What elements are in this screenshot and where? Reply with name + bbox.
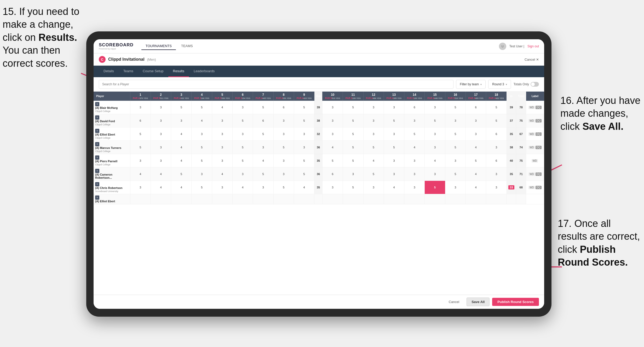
hole-4-score[interactable]: 5 <box>192 181 212 194</box>
hole-15-score[interactable]: 3 <box>425 127 445 141</box>
hole-17-score[interactable]: 5 <box>466 154 486 167</box>
hole-12-score[interactable]: 5 <box>363 141 384 154</box>
hole-1-score[interactable]: 4 <box>130 167 151 181</box>
hole-18-score[interactable]: 5 <box>486 101 507 114</box>
hole-1-score[interactable]: 3 <box>130 154 151 167</box>
hole-13-score[interactable]: 3 <box>384 167 404 181</box>
hole-5-score[interactable]: 4 <box>212 101 232 114</box>
hole-16-score[interactable]: 5 <box>445 167 465 181</box>
hole-5-score[interactable]: 3 <box>212 141 232 154</box>
hole-17-score[interactable]: 4 <box>466 167 486 181</box>
hole-17-score[interactable]: 4 <box>466 181 486 194</box>
hole-1-score[interactable]: 3 <box>130 181 151 194</box>
hole-11-score[interactable]: 5 <box>343 127 363 141</box>
label-dq[interactable]: DQ <box>536 186 542 189</box>
hole-10-score[interactable]: 4 <box>322 141 343 154</box>
hole-17-score[interactable]: 3 <box>466 114 486 127</box>
score-cell[interactable] <box>343 194 363 204</box>
hole-8-score[interactable]: 6 <box>273 101 294 114</box>
label-dq[interactable]: DQ <box>536 146 542 149</box>
hole-7-score[interactable]: 6 <box>253 114 273 127</box>
hole-2-score[interactable]: 3 <box>151 101 171 114</box>
hole-11-score[interactable]: 5 <box>343 154 363 167</box>
hole-3-score[interactable]: 4 <box>171 181 192 194</box>
hole-13-score[interactable]: 3 <box>384 154 404 167</box>
hole-10-score[interactable]: 5 <box>322 154 343 167</box>
hole-4-score[interactable]: 5 <box>192 101 212 114</box>
hole-3-score[interactable]: 4 <box>171 141 192 154</box>
hole-9-score[interactable]: 5 <box>294 101 314 114</box>
tab-results[interactable]: Results <box>168 66 189 77</box>
hole-14-score[interactable]: 3 <box>404 114 425 127</box>
signout-link[interactable]: Sign out <box>527 44 539 48</box>
hole-11-score[interactable]: 3 <box>343 167 363 181</box>
filter-team-button[interactable]: Filter by team ▾ <box>456 80 486 89</box>
score-cell[interactable] <box>425 194 445 204</box>
hole-5-score[interactable]: 4 <box>212 167 232 181</box>
label-wd[interactable]: WD <box>528 186 535 189</box>
score-cell[interactable] <box>294 194 314 204</box>
score-cell[interactable] <box>507 194 516 204</box>
hole-16-score[interactable]: 5 <box>445 127 465 141</box>
hole-9-score[interactable]: 5 <box>294 154 314 167</box>
hole-18-score[interactable]: 3 <box>486 141 507 154</box>
hole-16-score[interactable]: 3 <box>445 154 465 167</box>
hole-18-score[interactable]: 5 <box>486 114 507 127</box>
hole-12-score[interactable]: 3 <box>363 181 384 194</box>
hole-15-score[interactable]: 5 <box>425 114 445 127</box>
hole-6-score[interactable]: 5 <box>232 141 253 154</box>
hole-17-score[interactable]: 4 <box>466 141 486 154</box>
hole-14-score[interactable]: 3 <box>404 167 425 181</box>
hole-14-score[interactable]: 3 <box>404 154 425 167</box>
hole-16-score[interactable]: 5 <box>445 141 465 154</box>
hole-1-score[interactable]: 5 <box>130 141 151 154</box>
hole-10-score[interactable]: 3 <box>322 114 343 127</box>
label-dq[interactable]: DQ <box>536 119 542 122</box>
tab-details[interactable]: Details <box>99 66 119 77</box>
label-wd[interactable]: WD <box>528 172 535 176</box>
hole-18-score[interactable]: 3 <box>486 181 507 194</box>
hole-8-score[interactable]: 3 <box>273 154 294 167</box>
hole-9-score[interactable]: 4 <box>294 181 314 194</box>
score-cell[interactable] <box>273 194 294 204</box>
hole-5-score[interactable]: 3 <box>212 154 232 167</box>
label-wd[interactable]: WD <box>528 106 535 109</box>
score-cell[interactable] <box>130 194 151 204</box>
hole-14-score[interactable]: 3 <box>404 181 425 194</box>
label-wd[interactable]: WD <box>528 119 535 122</box>
hole-7-score[interactable]: 3 <box>253 141 273 154</box>
hole-10-score[interactable]: 3 <box>322 181 343 194</box>
nav-tournaments[interactable]: TOURNAMENTS <box>141 42 176 50</box>
hole-11-score[interactable]: 5 <box>343 141 363 154</box>
hole-2-score[interactable]: 4 <box>151 181 171 194</box>
hole-15-score[interactable]: 3 <box>425 167 445 181</box>
hole-14-score[interactable]: 5 <box>404 127 425 141</box>
hole-7-score[interactable]: 4 <box>253 154 273 167</box>
hole-18-score[interactable]: 3 <box>486 167 507 181</box>
hole-9-score[interactable]: 5 <box>294 167 314 181</box>
hole-2-score[interactable]: 4 <box>151 167 171 181</box>
hole-15-score[interactable]: 5 <box>425 181 445 194</box>
hole-2-score[interactable]: 3 <box>151 141 171 154</box>
hole-7-score[interactable]: 5 <box>253 101 273 114</box>
hole-16-score[interactable]: 3 <box>445 181 465 194</box>
hole-18-score[interactable]: 6 <box>486 127 507 141</box>
hole-3-score[interactable]: 4 <box>171 127 192 141</box>
label-wd[interactable]: WD <box>528 132 535 136</box>
hole-4-score[interactable]: 3 <box>192 127 212 141</box>
score-cell[interactable] <box>516 194 526 204</box>
hole-6-score[interactable]: 5 <box>232 114 253 127</box>
hole-11-score[interactable]: 5 <box>343 101 363 114</box>
score-cell[interactable] <box>171 194 192 204</box>
cancel-button[interactable]: Cancel <box>444 298 464 306</box>
hole-10-score[interactable]: 3 <box>322 101 343 114</box>
hole-3-score[interactable]: 5 <box>171 167 192 181</box>
hole-17-score[interactable]: 3 <box>466 127 486 141</box>
score-cell[interactable] <box>192 194 212 204</box>
hole-16-score[interactable]: 5 <box>445 101 465 114</box>
hole-13-score[interactable]: 4 <box>384 181 404 194</box>
hole-3-score[interactable]: 4 <box>171 154 192 167</box>
score-cell[interactable] <box>151 194 171 204</box>
tab-leaderboards[interactable]: Leaderboards <box>189 66 219 77</box>
hole-11-score[interactable]: 5 <box>343 114 363 127</box>
